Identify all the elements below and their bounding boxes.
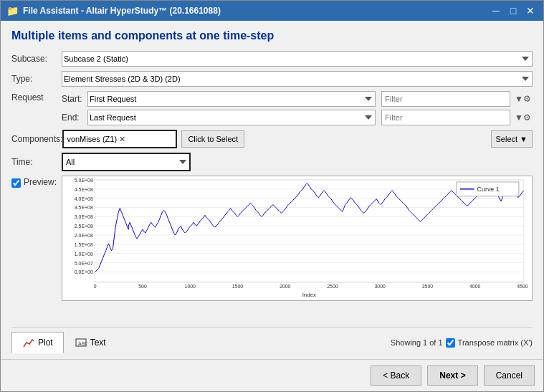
subcase-row: Subcase: Subcase 2 (Static) [11,51,533,67]
components-row: Components: vonMises (Z1) ✕ Click to Sel… [11,130,533,148]
svg-text:0: 0 [94,284,97,289]
chart-area: 5.0E+08 4.5E+08 4.0E+08 3.5E+08 3.0E+08 … [62,176,533,301]
end-label: End: [62,113,85,123]
request-section: Request Start: First Request ▼⚙ End: Las… [11,91,533,125]
svg-text:3.0E+08: 3.0E+08 [75,214,93,219]
svg-text:1.5E+08: 1.5E+08 [75,242,93,247]
request-label: Request [11,91,62,102]
component-tag: vonMises (Z1) ✕ [67,135,125,144]
subcase-label: Subcase: [11,54,62,64]
title-bar-left: 📁 File Assistant - Altair HyperStudy™ (2… [6,5,221,16]
type-select[interactable]: Element Stresses (2D & 3D) (2D) [62,71,533,87]
svg-text:2.5E+08: 2.5E+08 [75,224,93,229]
svg-text:Curve 1: Curve 1 [477,186,500,193]
page-title: Multiple items and components at one tim… [11,29,533,42]
title-bar: 📁 File Assistant - Altair HyperStudy™ (2… [1,1,543,21]
time-label: Time: [11,157,62,167]
transpose-checkbox[interactable] [446,338,455,348]
start-filter-input[interactable] [381,91,510,107]
next-button[interactable]: Next > [427,365,477,386]
minimize-button[interactable]: ─ [489,4,503,18]
subcase-select[interactable]: Subcase 2 (Static) [62,51,533,67]
start-select[interactable]: First Request [87,91,376,107]
start-row: Start: First Request ▼⚙ [62,91,533,107]
svg-text:1000: 1000 [185,284,196,289]
back-button[interactable]: < Back [371,365,421,386]
preview-checkbox[interactable] [11,178,21,188]
plot-icon [22,337,35,348]
svg-text:2000: 2000 [280,284,291,289]
tabs-row: Plot ABC Text Showing 1 of 1 Transpose m… [11,327,533,353]
time-select[interactable]: All [62,153,191,171]
svg-text:2500: 2500 [327,284,338,289]
time-row: Time: All [11,153,533,171]
start-label: Start: [62,94,85,104]
transpose-label: Transpose matrix (X') [458,338,533,347]
svg-text:ABC: ABC [78,341,87,346]
svg-text:500: 500 [138,284,147,289]
footer: < Back Next > Cancel [1,359,543,391]
maximize-button[interactable]: □ [506,4,520,18]
select-dropdown-button[interactable]: Select ▼ [491,130,533,148]
svg-text:4.5E+08: 4.5E+08 [75,187,93,192]
svg-text:4500: 4500 [517,284,528,289]
request-fields: Start: First Request ▼⚙ End: Last Reques… [62,91,533,125]
svg-text:1500: 1500 [232,284,244,289]
end-select[interactable]: Last Request [87,110,376,125]
component-tag-label: vonMises (Z1) [67,135,117,143]
plot-tab-label: Plot [38,338,53,348]
end-filter-input[interactable] [381,110,510,125]
preview-label: Preview: [24,177,57,187]
end-filter-button[interactable]: ▼⚙ [513,113,533,123]
click-to-select-button[interactable]: Click to Select [181,130,244,148]
select-label: Select [496,135,518,143]
svg-text:5.0E+08: 5.0E+08 [75,178,93,183]
start-filter-button[interactable]: ▼⚙ [513,94,533,104]
svg-text:0.0E+00: 0.0E+00 [75,269,93,274]
svg-text:1.0E+08: 1.0E+08 [75,252,93,257]
svg-text:3.5E+08: 3.5E+08 [75,205,93,210]
app-icon: 📁 [6,5,19,16]
main-window: 📁 File Assistant - Altair HyperStudy™ (2… [0,0,544,392]
text-tab[interactable]: ABC Text [64,332,117,353]
select-arrow-icon: ▼ [520,135,528,143]
svg-text:3500: 3500 [422,284,434,289]
svg-text:3000: 3000 [374,284,386,289]
plot-tab[interactable]: Plot [11,332,64,353]
svg-text:2.0E+08: 2.0E+08 [75,233,93,238]
preview-row: Preview: [11,176,533,324]
svg-text:5.0E+07: 5.0E+07 [75,261,93,266]
chart-svg: 5.0E+08 4.5E+08 4.0E+08 3.5E+08 3.0E+08 … [62,176,532,300]
close-button[interactable]: ✕ [523,4,538,18]
cancel-button[interactable]: Cancel [484,365,535,386]
component-tag-close[interactable]: ✕ [119,135,125,144]
title-controls: ─ □ ✕ [489,4,538,18]
window-title: File Assistant - Altair HyperStudy™ (20.… [23,6,221,16]
text-tab-label: Text [90,338,106,348]
svg-text:Index: Index [302,292,316,298]
components-tags-area: vonMises (Z1) ✕ [62,130,177,148]
type-row: Type: Element Stresses (2D & 3D) (2D) [11,71,533,87]
components-label: Components: [11,134,62,144]
svg-text:4.0E+08: 4.0E+08 [75,196,93,201]
text-icon: ABC [75,337,87,348]
showing-info: Showing 1 of 1 Transpose matrix (X') [391,338,533,348]
svg-text:4000: 4000 [469,284,481,289]
showing-text: Showing 1 of 1 [391,338,443,347]
main-content: Multiple items and components at one tim… [1,21,543,359]
end-row: End: Last Request ▼⚙ [62,110,533,125]
preview-label-area: Preview: [11,176,62,188]
type-label: Type: [11,74,62,84]
